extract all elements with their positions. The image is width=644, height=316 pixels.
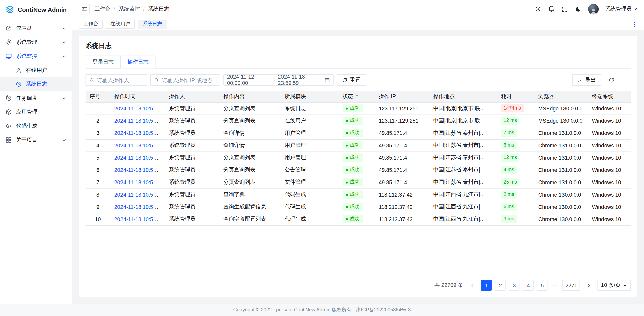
elapsed-badge: 6 ms	[501, 203, 517, 211]
date-separator: -	[274, 77, 275, 83]
column-header-6: 操作 IP	[375, 91, 429, 102]
elapsed-badge: 2 ms	[501, 191, 517, 199]
gear-icon	[5, 39, 12, 46]
chevron-down-icon	[62, 138, 67, 142]
cell-browser: Chrome 131.0.0.0	[534, 139, 588, 151]
operation-time-link[interactable]: 2024-11-18 10:51:49	[114, 204, 164, 210]
sidebar-item-code-generation[interactable]: 代码生成	[0, 119, 72, 133]
sidebar-item-dashboard[interactable]: 仪表盘	[0, 21, 72, 35]
column-header-8: 耗时	[497, 91, 534, 102]
sidebar-item-about-project[interactable]: 关于项目	[0, 133, 72, 147]
cell-elapsed: 25 ms	[497, 176, 534, 188]
bell-icon[interactable]	[547, 5, 555, 12]
table-toolbar: 导出	[572, 74, 631, 86]
cell-elapsed: 1474ms	[497, 102, 534, 115]
table-row: 72024-11-18 10:51:52系统管理员分页查询列表文件管理成功49.…	[86, 176, 631, 188]
page-button-2[interactable]: 2	[495, 280, 506, 290]
breadcrumb-item-workplace[interactable]: 工作台	[95, 5, 111, 12]
export-button[interactable]: 导出	[572, 74, 601, 86]
tab-login-logs[interactable]: 登录日志	[86, 55, 121, 68]
operation-time-link[interactable]: 2024-11-18 10:52:12	[114, 130, 164, 136]
sidebar-item-system-monitor[interactable]: 系统监控	[0, 49, 72, 63]
cell-os: Windows 10	[588, 164, 631, 176]
operator-search-input[interactable]	[97, 77, 143, 83]
operation-time-link[interactable]: 2024-11-18 10:52:47	[114, 118, 164, 124]
operation-time-link[interactable]: 2024-11-18 10:52:55	[114, 105, 164, 111]
operation-time-link[interactable]: 2024-11-18 10:51:53	[114, 167, 164, 173]
reset-button[interactable]: 重置	[337, 74, 366, 86]
column-header-5: 状态	[338, 91, 375, 102]
cell-content: 查询详情	[219, 127, 280, 139]
dark-mode-icon[interactable]	[575, 5, 582, 12]
cell-operator: 系统管理员	[165, 127, 219, 139]
date-range-picker[interactable]: 2024-11-12 00:00:00 - 2024-11-18 23:59:5…	[223, 74, 334, 86]
sidebar-item-system-management[interactable]: 系统管理	[0, 35, 72, 49]
cell-os: Windows 10	[588, 176, 631, 188]
cell-elapsed: 6 ms	[497, 139, 534, 151]
menu-fold-icon	[81, 6, 87, 12]
cell-ip: 118.212.37.42	[375, 213, 429, 225]
settings-icon[interactable]	[534, 5, 541, 12]
app-logo[interactable]: ContiNew Admin	[0, 0, 72, 19]
user-menu[interactable]: 系统管理员	[605, 5, 637, 12]
filter-toolbar: 2024-11-12 00:00:00 - 2024-11-18 23:59:5…	[86, 74, 631, 86]
cell-location: 中国|江苏省|泰州市|...	[429, 151, 497, 164]
operation-time-link[interactable]: 2024-11-18 10:51:50	[114, 192, 164, 198]
tab-operation-logs[interactable]: 操作日志	[120, 55, 155, 68]
table-header-row: 序号操作时间操作人操作内容所属模块状态操作 IP操作地点耗时浏览器终端系统	[86, 91, 631, 102]
tab-online-users[interactable]: 在线用户	[106, 20, 135, 29]
breadcrumb-item-system-monitor[interactable]: 系统监控	[118, 5, 140, 12]
fullscreen-icon[interactable]	[561, 5, 568, 12]
logo-icon	[5, 5, 14, 14]
page-button-4[interactable]: 4	[523, 280, 534, 290]
filter-icon[interactable]	[355, 94, 359, 98]
operation-time-link[interactable]: 2024-11-18 10:52:05	[114, 142, 164, 148]
cell-browser: Chrome 131.0.0.0	[534, 164, 588, 176]
operation-time-link[interactable]: 2024-11-18 10:51:52	[114, 179, 164, 185]
page-size-value: 10 条/页	[601, 282, 621, 289]
cell-time: 2024-11-18 10:51:49	[110, 213, 165, 225]
cell-status: 成功	[338, 213, 375, 225]
tab-workplace[interactable]: 工作台	[79, 20, 103, 29]
page-button-3[interactable]: 3	[509, 280, 519, 290]
prev-page-button[interactable]	[467, 280, 478, 290]
cell-index: 3	[86, 127, 110, 139]
tabbar-more-icon[interactable]: ⋮	[632, 21, 637, 27]
sidebar-menu: 仪表盘 系统管理 系统监控	[0, 19, 72, 147]
table-row: 82024-11-18 10:51:50系统管理员查询字典代码生成成功118.2…	[86, 188, 631, 201]
cell-time: 2024-11-18 10:52:05	[110, 139, 165, 151]
cell-browser: Chrome 131.0.0.0	[534, 151, 588, 164]
breadcrumb-separator: /	[114, 6, 115, 12]
table-row: 32024-11-18 10:52:12系统管理员查询详情用户管理成功49.85…	[86, 127, 631, 139]
page-button-5[interactable]: 5	[537, 280, 548, 290]
ip-search-input[interactable]	[162, 77, 216, 83]
sidebar: ContiNew Admin 仪表盘 系统管理	[0, 0, 72, 304]
elapsed-badge: 4 ms	[501, 166, 517, 174]
page-button-1[interactable]: 1	[481, 280, 492, 290]
cell-ip: 123.117.129.251	[375, 102, 429, 115]
cell-index: 4	[86, 139, 110, 151]
chevron-down-icon	[623, 283, 627, 287]
page-size-select[interactable]: 10 条/页	[597, 280, 631, 290]
cell-browser: Chrome 131.0.0.0	[534, 176, 588, 188]
cell-browser: MSEdge 130.0.0.0	[534, 115, 588, 127]
cell-index: 2	[86, 115, 110, 127]
sidebar-item-app-management[interactable]: 应用管理	[0, 105, 72, 119]
page-button-2271[interactable]: 2271	[562, 280, 580, 290]
operation-time-link[interactable]: 2024-11-18 10:51:55	[114, 155, 164, 161]
next-page-button[interactable]	[583, 280, 594, 290]
cell-status: 成功	[338, 164, 375, 176]
table-fullscreen-button[interactable]	[621, 75, 631, 85]
avatar[interactable]	[588, 4, 599, 14]
cell-status: 成功	[338, 188, 375, 201]
sidebar-item-system-logs[interactable]: 系统日志	[0, 77, 72, 91]
refresh-table-button[interactable]	[606, 75, 616, 85]
operation-time-link[interactable]: 2024-11-18 10:51:49	[114, 216, 164, 222]
cell-ip: 123.117.129.251	[375, 115, 429, 127]
status-badge: 成功	[342, 203, 363, 211]
tab-system-logs[interactable]: 系统日志	[138, 20, 167, 29]
sidebar-item-online-users[interactable]: 在线用户	[0, 63, 72, 77]
sidebar-collapse-button[interactable]	[79, 4, 89, 14]
sidebar-item-task-schedule[interactable]: 任务调度	[0, 91, 72, 105]
cell-status: 成功	[338, 102, 375, 115]
